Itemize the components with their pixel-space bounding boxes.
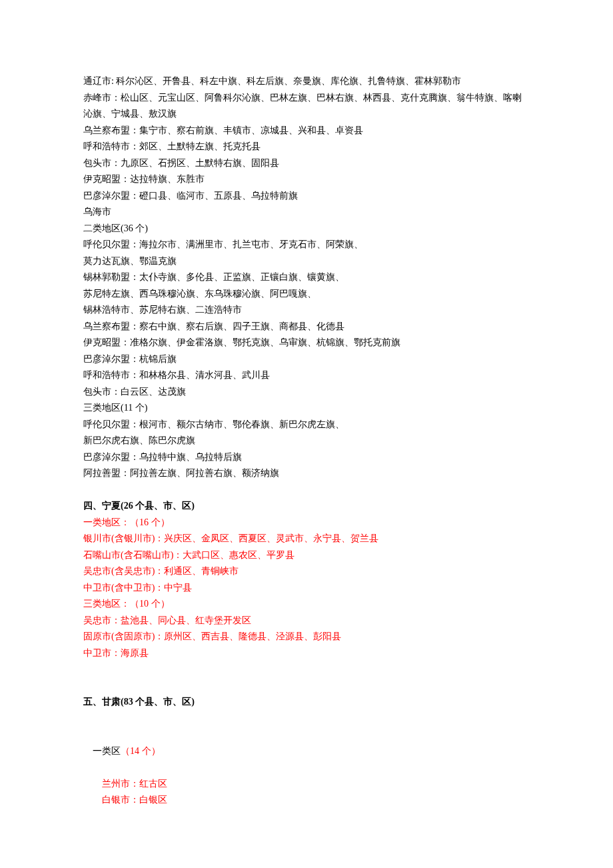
category-label: 一类区（14 个）: [83, 727, 530, 776]
paragraph: 包头市：九原区、石拐区、土默特右旗、固阳县: [83, 155, 530, 172]
paragraph: 呼伦贝尔盟：海拉尔市、满洲里市、扎兰屯市、牙克石市、阿荣旗、: [83, 237, 530, 253]
paragraph: 包头市：白云区、达茂旗: [83, 384, 530, 401]
paragraph: 苏尼特左旗、西乌珠穆沁旗、东乌珠穆沁旗、阿巴嘎旗、: [83, 286, 530, 303]
list-item: 兰州市：红古区: [83, 776, 530, 793]
blank-line: [83, 661, 530, 678]
paragraph: 中卫市(含中卫市)：中宁县: [83, 580, 530, 597]
paragraph: 锡林浩特市、苏尼特右旗、二连浩特市: [83, 302, 530, 319]
paragraph: 三类地区(11 个): [83, 400, 530, 417]
paragraph: 一类地区：（16 个）: [83, 515, 530, 531]
blank-line: [83, 482, 530, 499]
document-page: 通辽市: 科尔沁区、开鲁县、科左中旗、科左后旗、奈曼旗、库伦旗、扎鲁特旗、霍林郭…: [0, 0, 613, 868]
paragraph: 通辽市: 科尔沁区、开鲁县、科左中旗、科左后旗、奈曼旗、库伦旗、扎鲁特旗、霍林郭…: [83, 73, 530, 90]
paragraph: 乌海市: [83, 204, 530, 221]
paragraph: 吴忠市：盐池县、同心县、红寺堡开发区: [83, 613, 530, 629]
paragraph: 中卫市：海原县: [83, 645, 530, 662]
paragraph: 银川市(含银川市)：兴庆区、金凤区、西夏区、灵武市、永宁县、贺兰县: [83, 531, 530, 547]
paragraph: 二类地区(36 个): [83, 221, 530, 237]
blank-line: [83, 711, 530, 727]
paragraph: 巴彦淖尔盟：杭锦后旗: [83, 351, 530, 368]
list-item: 白银市：白银区: [83, 792, 530, 809]
paragraph: 乌兰察布盟：察右中旗、察右后旗、四子王旗、商都县、化德县: [83, 319, 530, 335]
paragraph: 巴彦淖尔盟：磴口县、临河市、五原县、乌拉特前旗: [83, 188, 530, 205]
paragraph: 赤峰市：松山区、元宝山区、阿鲁科尔沁旗、巴林左旗、巴林右旗、林西县、克什克腾旗、…: [83, 90, 530, 123]
paragraph: 阿拉善盟：阿拉善左旗、阿拉善右旗、额济纳旗: [83, 465, 530, 482]
paragraph: 呼和浩特市：郊区、土默特左旗、托克托县: [83, 139, 530, 155]
paragraph: 石嘴山市(含石嘴山市)：大武口区、惠农区、平罗县: [83, 547, 530, 564]
paragraph: 吴忠市(含吴忠市)：利通区、青铜峡市: [83, 563, 530, 580]
paragraph: 呼伦贝尔盟：根河市、额尔古纳市、鄂伦春旗、新巴尔虎左旗、: [83, 417, 530, 433]
paragraph: 乌兰察布盟：集宁市、察右前旗、丰镇市、凉城县、兴和县、卓资县: [83, 123, 530, 139]
paragraph: 伊克昭盟：准格尔旗、伊金霍洛旗、鄂托克旗、乌审旗、杭锦旗、鄂托克前旗: [83, 335, 530, 351]
paragraph: 伊克昭盟：达拉特旗、东胜市: [83, 171, 530, 188]
section-heading-ningxia: 四、宁夏(26 个县、市、区): [83, 498, 530, 515]
paragraph: 呼和浩特市：和林格尔县、清水河县、武川县: [83, 367, 530, 384]
paragraph: 固原市(含固原市)：原州区、西吉县、隆德县、泾源县、彭阳县: [83, 629, 530, 645]
paragraph: 巴彦淖尔盟：乌拉特中旗、乌拉特后旗: [83, 449, 530, 466]
label-suffix: （14 个）: [121, 746, 161, 756]
paragraph: 三类地区：（10 个）: [83, 596, 530, 613]
blank-line: [83, 678, 530, 695]
paragraph: 新巴尔虎右旗、陈巴尔虎旗: [83, 433, 530, 449]
paragraph: 莫力达瓦旗、鄂温克旗: [83, 253, 530, 270]
section-heading-gansu: 五、甘肃(83 个县、市、区): [83, 694, 530, 711]
paragraph: 锡林郭勒盟：太仆寺旗、多伦县、正监旗、正镶白旗、镶黄旗、: [83, 269, 530, 286]
label-prefix: 一类区: [93, 746, 121, 756]
